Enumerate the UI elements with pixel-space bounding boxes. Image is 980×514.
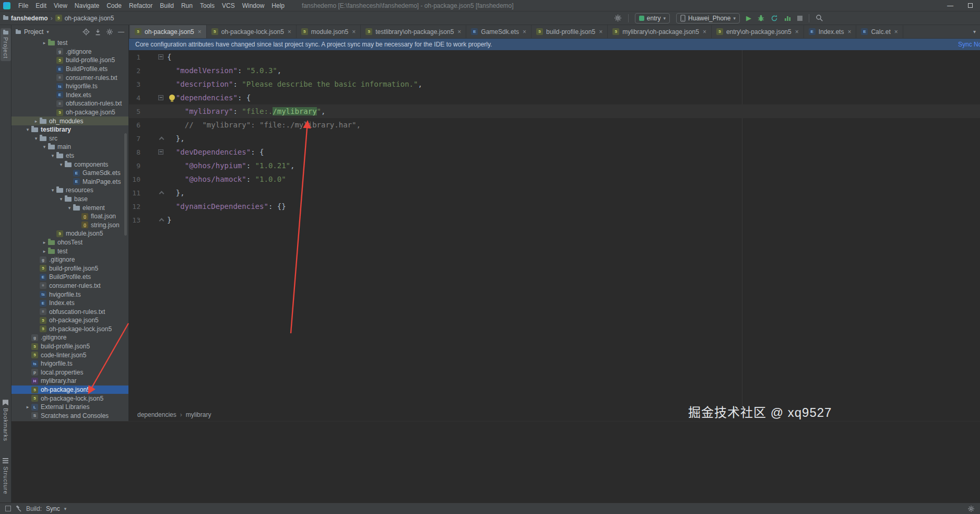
code-line[interactable]: 3 "description": "Please describe the ba… [129,77,980,91]
intention-bulb-icon[interactable] [169,95,175,100]
code-line[interactable]: 1−{ [129,50,980,64]
code-line[interactable]: 5 "mylibrary": "file:./mylibrary", [129,104,980,118]
sync-refresh-icon[interactable] [771,15,778,22]
tree-item[interactable]: Hmylibrary.har [11,377,128,386]
tree-item[interactable]: EGameSdk.ets [11,169,128,178]
editor-tab[interactable]: 5oh-package-lock.json5× [207,25,297,38]
close-tab-icon[interactable]: × [457,28,461,36]
chevron-down-icon[interactable]: ▾ [64,506,67,511]
fold-collapse-icon[interactable]: − [158,149,163,155]
fold-end-icon[interactable] [159,191,164,196]
code-line[interactable]: 12 "dynamicDependencies": {} [129,200,980,213]
tree-item[interactable]: ▸test [11,247,128,255]
chevron-down-icon[interactable]: ▾ [24,127,31,132]
fold-end-icon[interactable] [159,137,164,142]
editor-tab[interactable]: 5mylibrary\oh-package.json5× [608,25,712,38]
minimize-button[interactable]: — [940,0,960,11]
breadcrumb-item[interactable]: mylibrary [186,411,211,418]
editor-tab[interactable]: 5oh-package.json5× [130,25,207,38]
search-icon[interactable] [816,14,823,22]
locate-file-icon[interactable] [82,28,90,36]
tree-item[interactable]: g.gitignore [11,255,128,264]
profiler-icon[interactable] [784,15,791,21]
tree-item[interactable]: tshvigorfile.ts [11,359,128,368]
close-tab-icon[interactable]: × [523,28,526,36]
debug-bug-icon[interactable] [758,15,764,22]
panel-settings-gear-icon[interactable] [106,28,113,36]
tree-item[interactable]: ▾base [11,195,128,204]
tree-item[interactable]: g.gitignore [11,48,128,56]
tree-scrollbar[interactable] [124,133,127,236]
tree-item[interactable]: ▾ets [11,151,128,160]
tree-item[interactable]: 5oh-package.json5 [11,108,128,117]
chevron-right-icon[interactable]: ▸ [41,240,48,245]
chevron-right-icon[interactable]: ▸ [41,249,48,254]
tree-item[interactable]: tshvigorfile.ts [11,290,128,299]
tree-item[interactable]: 5oh-package.json5 [11,316,128,325]
run-button[interactable]: ▶ [746,15,751,21]
menu-item-run[interactable]: Run [178,0,196,11]
menu-item-tools[interactable]: Tools [196,0,218,11]
menu-item-build[interactable]: Build [156,0,178,11]
stop-button[interactable] [797,16,802,21]
editor-tab[interactable]: ECalc.et× [856,25,903,38]
chevron-down-icon[interactable]: ▾ [32,136,40,141]
tree-item[interactable]: 5module.json5 [11,229,128,238]
menu-item-edit[interactable]: Edit [32,0,50,11]
tree-item[interactable]: EBuildProfile.ets [11,273,128,282]
tree-item[interactable]: 5build-profile.json5 [11,342,128,351]
maximize-button[interactable] [960,0,980,11]
tree-item[interactable]: 5oh-package.json5 [11,386,128,394]
tree-item[interactable]: ≡consumer-rules.txt [11,73,128,82]
tree-item[interactable]: ▾src [11,134,128,143]
close-tab-icon[interactable]: × [288,28,291,36]
tree-item[interactable]: ▸test [11,39,128,48]
code-line[interactable]: 9 "@ohos/hypium": "1.0.21", [129,159,980,172]
editor-tab[interactable]: EGameSdk.ets× [466,25,532,38]
fold-collapse-icon[interactable]: − [158,95,163,100]
project-panel-title[interactable]: Project [24,28,43,36]
editor-tab[interactable]: 5build-profile.json5× [532,25,608,38]
tree-item[interactable]: {}float.json [11,212,128,221]
tree-item[interactable]: ▾components [11,160,128,169]
code-line[interactable]: 10 "@ohos/hamock": "1.0.0" [129,172,980,186]
chevron-right-icon[interactable]: ▸ [32,119,40,124]
tree-item[interactable]: ▾resources [11,186,128,195]
tree-item[interactable]: EBuildProfile.ets [11,65,128,74]
tree-item[interactable]: EIndex.ets [11,299,128,308]
tool-window-button-project[interactable]: Project [1,28,11,61]
close-tab-icon[interactable]: × [847,28,851,36]
chevron-down-icon[interactable]: ▾ [46,29,49,34]
tree-item[interactable]: ▾element [11,203,128,212]
tree-item[interactable]: 5build-profile.json5 [11,56,128,65]
device-selector[interactable]: Huawei_Phone ▾ [676,13,740,24]
chevron-down-icon[interactable]: ▾ [49,153,56,158]
code-line[interactable]: 4− "dependencies": { [129,91,980,104]
tool-windows-icon[interactable] [5,506,11,511]
breadcrumb-file[interactable]: oh-package.json5 [65,15,114,22]
close-tab-icon[interactable]: × [795,28,799,36]
fold-collapse-icon[interactable]: − [158,54,163,60]
tree-item[interactable]: {}string.json [11,220,128,229]
editor-tab[interactable]: EIndex.ets× [804,25,857,38]
tree-item[interactable]: 5oh-package-lock.json5 [11,394,128,403]
tree-item[interactable]: 5oh-package-lock.json5 [11,325,128,334]
code-line[interactable]: 13} [129,213,980,227]
chevron-right-icon[interactable]: ▸ [41,40,48,45]
menu-item-refactor[interactable]: Refactor [125,0,156,11]
menu-item-window[interactable]: Window [239,0,268,11]
tree-item[interactable]: ▸LExternal Libraries [11,403,128,412]
tree-item[interactable]: ▸ohosTest [11,238,128,247]
chevron-right-icon[interactable]: ▸ [24,404,31,410]
tab-overflow-chevron-icon[interactable]: ▾ [969,25,980,38]
tree-item[interactable]: ≡consumer-rules.txt [11,282,128,290]
editor-tab[interactable]: 5testlibrary\oh-package.json5× [361,25,466,38]
editor-tab[interactable]: 5module.json5× [297,25,361,38]
menu-item-vcs[interactable]: VCS [218,0,239,11]
tool-window-button-bookmarks[interactable]: Bookmarks [1,397,11,444]
hide-panel-icon[interactable]: — [118,28,124,36]
tree-item[interactable]: EIndex.ets [11,91,128,100]
sync-now-link[interactable]: Sync Now [958,39,980,50]
breadcrumb-item[interactable]: dependencies [137,411,176,418]
tree-item[interactable]: SScratches and Consoles [11,412,128,420]
